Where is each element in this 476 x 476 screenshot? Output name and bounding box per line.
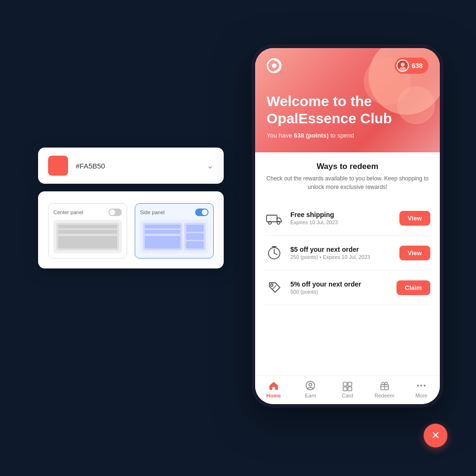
svg-point-2 [400,62,404,66]
svg-rect-12 [348,382,352,386]
phone-frame: 638 Welcome to the OpalEssence Club You … [252,45,443,407]
side-toggle[interactable] [195,208,208,216]
svg-point-5 [268,221,271,224]
more-icon [416,380,427,391]
reward-name-0: Free shipping [290,211,393,218]
center-toggle[interactable] [109,208,122,216]
nav-label-home: Home [267,393,281,398]
chevron-down-icon: ⌄ [207,160,214,171]
svg-point-17 [420,385,422,387]
svg-point-16 [417,385,419,387]
layout-options: Center panel Side panel [48,203,214,258]
redeem-icon [379,380,390,391]
reward-item-0: Free shipping Expires 10 Jul, 2023 View [265,201,430,236]
reward-info-0: Free shipping Expires 10 Jul, 2023 [290,211,393,225]
wf-main [56,223,119,250]
layout-center-label: Center panel [53,209,83,215]
svg-point-6 [277,221,280,224]
svg-point-1 [272,63,277,68]
hero-subtitle-bold: 638 (points) [294,132,328,139]
app-logo [267,58,282,73]
side-wireframe [140,220,208,253]
svg-rect-11 [343,382,347,386]
layout-option-center[interactable]: Center panel [48,203,127,258]
nav-label-card: Card [342,393,353,398]
wf-side-b3 [186,241,204,248]
svg-rect-14 [348,387,352,391]
center-wireframe [53,220,122,253]
hero-subtitle-post: to spend [328,132,354,139]
reward-icon-wrap-2 [265,278,284,297]
phone-screen: 638 Welcome to the OpalEssence Club You … [255,48,440,404]
shipping-icon [266,209,283,227]
rewards-subtitle: Check out the rewards available to you b… [265,174,430,191]
wf-bar-s2 [145,230,180,234]
reward-icon-wrap-1 [265,243,284,262]
reward-detail-2: 500 (points) [290,289,390,295]
nav-item-earn[interactable]: Earn [292,380,329,398]
tag-icon [266,279,283,296]
reward-name-2: 5% off your next order [290,280,390,288]
nav-item-more[interactable]: More [403,380,440,398]
nav-item-home[interactable]: Home [255,380,292,398]
svg-point-18 [424,385,426,387]
reward-item-1: $5 off your next order 250 (points) • Ex… [265,236,430,270]
wf-body-s [145,236,180,248]
hero-subtitle: You have 638 (points) to spend [267,132,428,139]
reward-info-1: $5 off your next order 250 (points) • Ex… [290,246,393,260]
wf-main-side [143,223,182,250]
timer-icon [266,244,283,261]
layout-picker-panel: Center panel Side panel [38,191,224,268]
wf-bar2 [58,230,117,234]
color-swatch [48,156,68,176]
color-hex-value: #FA5B50 [76,162,199,170]
user-avatar [397,60,409,72]
left-panels: #FA5B50 ⌄ Center panel [38,148,224,268]
reward-view-btn-0[interactable]: View [399,211,430,226]
hero-top-bar: 638 [267,58,428,74]
layout-option-center-header: Center panel [53,208,122,216]
reward-detail-0: Expires 10 Jul, 2023 [290,219,393,225]
layout-side-label: Side panel [140,209,165,215]
reward-item-2: 5% off your next order 500 (points) Clai… [265,270,430,305]
home-icon [268,380,279,391]
points-badge[interactable]: 638 [395,58,428,74]
svg-rect-13 [343,387,347,391]
reward-detail-1: 250 (points) • Expires 10 Jul, 2023 [290,254,393,260]
fab-close-button[interactable]: ✕ [424,424,447,447]
hero-subtitle-pre: You have [267,132,294,139]
card-icon [342,380,353,391]
hero-section: 638 Welcome to the OpalEssence Club You … [255,48,440,152]
nav-label-earn: Earn [305,393,316,398]
earn-icon [305,380,316,391]
wf-side [184,223,206,250]
color-picker-panel[interactable]: #FA5B50 ⌄ [38,148,224,184]
reward-info-2: 5% off your next order 500 (points) [290,280,390,295]
nav-label-redeem: Redeem [375,393,395,398]
wf-bar-s1 [145,225,180,228]
svg-point-8 [271,284,273,287]
nav-label-more: More [416,393,427,398]
rewards-title: Ways to redeem [265,162,430,171]
reward-name-1: $5 off your next order [290,246,393,253]
hero-points-count: 638 [412,62,423,69]
close-icon: ✕ [431,430,440,441]
svg-rect-4 [267,215,277,222]
nav-item-card[interactable]: Card [329,380,366,398]
bottom-nav: Home Earn [255,376,440,404]
reward-claim-btn-2[interactable]: Claim [397,280,430,295]
wf-side-b1 [186,225,204,232]
reward-view-btn-1[interactable]: View [399,246,430,260]
layout-option-side[interactable]: Side panel [135,203,214,258]
svg-point-3 [399,67,406,71]
layout-option-side-header: Side panel [140,208,208,216]
svg-point-10 [309,383,312,386]
nav-item-redeem[interactable]: Redeem [366,380,403,398]
hero-title: Welcome to the OpalEssence Club [267,93,428,127]
wf-bar [58,225,117,228]
wf-side-b2 [186,233,204,240]
rewards-section: Ways to redeem Check out the rewards ava… [255,152,440,376]
wf-body [58,236,117,248]
reward-icon-wrap-0 [265,208,284,228]
phone-mockup: 638 Welcome to the OpalEssence Club You … [252,45,443,407]
